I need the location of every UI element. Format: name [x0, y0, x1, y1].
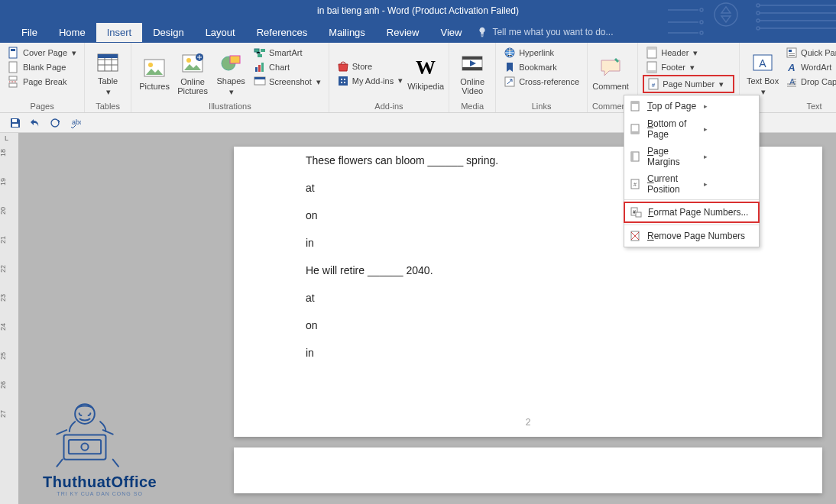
group-label-tables: Tables — [89, 101, 126, 111]
svg-text:#: # — [633, 209, 636, 215]
svg-point-18 — [186, 58, 191, 63]
svg-point-1 — [700, 8, 703, 11]
chart-button[interactable]: Chart — [251, 60, 324, 74]
svg-rect-34 — [462, 67, 482, 70]
hyperlink-button[interactable]: Hyperlink — [501, 46, 582, 60]
svg-point-16 — [148, 63, 153, 67]
page-number-menu: Top of Page▸ Bottom of Page▸ Page Margin… — [624, 95, 760, 247]
svg-rect-46 — [789, 50, 792, 52]
online-video-button[interactable]: Online Video — [454, 46, 491, 101]
menu-top-of-page[interactable]: Top of Page▸ — [624, 97, 759, 115]
tab-file[interactable]: File — [11, 23, 48, 42]
svg-rect-9 — [11, 49, 15, 51]
group-label-illustrations: Illustrations — [136, 101, 324, 111]
svg-rect-59 — [631, 102, 639, 104]
bookmark-button[interactable]: Bookmark — [501, 60, 582, 74]
svg-rect-38 — [647, 47, 656, 50]
smartart-button[interactable]: SmartArt — [251, 46, 324, 60]
svg-rect-45 — [787, 48, 796, 57]
svg-text:W: W — [416, 57, 436, 79]
wikipedia-button[interactable]: WWikipedia — [407, 46, 444, 101]
menu-format-page-numbers[interactable]: #Format Page Numbers... — [624, 202, 760, 223]
page-break-button[interactable]: Page Break — [5, 75, 79, 89]
svg-rect-10 — [9, 62, 17, 73]
svg-point-5 — [757, 11, 760, 15]
online-pictures-button[interactable]: Online Pictures — [174, 46, 211, 101]
svg-text:A: A — [759, 57, 766, 69]
tab-review[interactable]: Review — [376, 23, 430, 42]
group-illustrations: Pictures Online Pictures Shapes▾ SmartAr… — [131, 43, 329, 112]
page-number-footer: 2 — [234, 417, 822, 428]
svg-text:A: A — [787, 62, 795, 73]
svg-rect-27 — [261, 63, 264, 72]
group-label-media: Media — [454, 101, 491, 111]
tell-me-box[interactable]: Tell me what you want to do... — [477, 27, 613, 37]
svg-rect-55 — [12, 124, 18, 127]
svg-rect-22 — [254, 49, 259, 52]
store-button[interactable]: Store — [334, 60, 406, 73]
svg-rect-29 — [254, 77, 265, 79]
vertical-ruler[interactable]: L 18192021222324252627 — [0, 133, 18, 504]
cover-page-button[interactable]: Cover Page▾ — [5, 46, 79, 60]
quickparts-button[interactable]: Quick Parts▾ — [783, 46, 836, 60]
group-tables: Table▾ Tables — [85, 43, 131, 112]
doc-line: in — [306, 347, 750, 359]
doc-line: at — [306, 292, 750, 304]
tab-home[interactable]: Home — [48, 23, 96, 42]
cross-reference-button[interactable]: Cross-reference — [501, 75, 582, 89]
menu-bottom-of-page[interactable]: Bottom of Page▸ — [624, 115, 759, 143]
svg-rect-26 — [258, 65, 261, 72]
svg-point-73 — [81, 444, 88, 451]
group-pages: Cover Page▾ Blank Page Page Break Pages — [0, 43, 85, 112]
document-page-next[interactable] — [234, 447, 822, 493]
watermark-logo: ThuthuatOffice TRI KY CUA DAN CONG SO — [43, 389, 157, 496]
dropcap-button[interactable]: ADrop Cap▾ — [783, 75, 836, 89]
watermark-name: ThuthuatOffice — [43, 473, 157, 491]
svg-text:#: # — [633, 182, 637, 187]
group-label-pages: Pages — [5, 101, 79, 111]
page-number-button[interactable]: #Page Number▾ — [643, 75, 734, 93]
bulb-icon — [477, 27, 488, 37]
svg-rect-72 — [69, 440, 101, 454]
watermark-tagline: TRI KY CUA DAN CONG SO — [43, 491, 157, 496]
shapes-button[interactable]: Shapes▾ — [212, 46, 249, 101]
menu-remove-page-numbers[interactable]: Remove Page Numbers — [624, 227, 759, 245]
tab-layout[interactable]: Layout — [195, 23, 246, 42]
comment-button[interactable]: Comment — [592, 46, 629, 101]
wordart-button[interactable]: AWordArt▾ — [783, 60, 836, 74]
svg-rect-12 — [9, 83, 17, 87]
svg-rect-30 — [339, 76, 348, 86]
svg-rect-47 — [789, 53, 795, 54]
header-button[interactable]: Header▾ — [643, 46, 734, 60]
svg-rect-63 — [631, 152, 633, 161]
textbox-button[interactable]: AText Box▾ — [744, 46, 781, 101]
group-label-addins: Add-ins — [334, 101, 444, 111]
footer-button[interactable]: Footer▾ — [643, 60, 734, 74]
title-bar: in bai tieng anh - Word (Product Activat… — [0, 0, 836, 21]
undo-icon[interactable] — [29, 117, 41, 129]
spellcheck-icon[interactable]: abc — [69, 117, 81, 129]
group-label-links: Links — [501, 101, 582, 111]
doc-line: He will retire ______ 2040. — [306, 264, 750, 276]
svg-rect-61 — [631, 131, 639, 134]
menu-tabs: File Home Insert Design Layout Reference… — [0, 21, 836, 43]
tab-view[interactable]: View — [429, 23, 472, 42]
menu-current-position[interactable]: #Current Position▸ — [624, 170, 759, 198]
tab-design[interactable]: Design — [142, 23, 194, 42]
myaddins-button[interactable]: My Add-ins▾ — [334, 74, 406, 88]
table-button[interactable]: Table▾ — [89, 46, 126, 101]
svg-rect-33 — [462, 57, 482, 60]
svg-rect-48 — [789, 55, 795, 56]
svg-rect-71 — [64, 435, 106, 460]
svg-point-56 — [51, 119, 59, 127]
blank-page-button[interactable]: Blank Page — [5, 60, 79, 74]
tab-mailings[interactable]: Mailings — [318, 23, 376, 42]
save-icon[interactable] — [9, 117, 21, 129]
tab-insert[interactable]: Insert — [96, 23, 143, 42]
pictures-button[interactable]: Pictures — [136, 46, 173, 101]
screenshot-button[interactable]: Screenshot▾ — [251, 75, 324, 89]
tab-references[interactable]: References — [246, 23, 318, 42]
menu-page-margins[interactable]: Page Margins▸ — [624, 143, 759, 170]
svg-rect-21 — [230, 56, 240, 63]
redo-icon[interactable] — [49, 117, 61, 129]
